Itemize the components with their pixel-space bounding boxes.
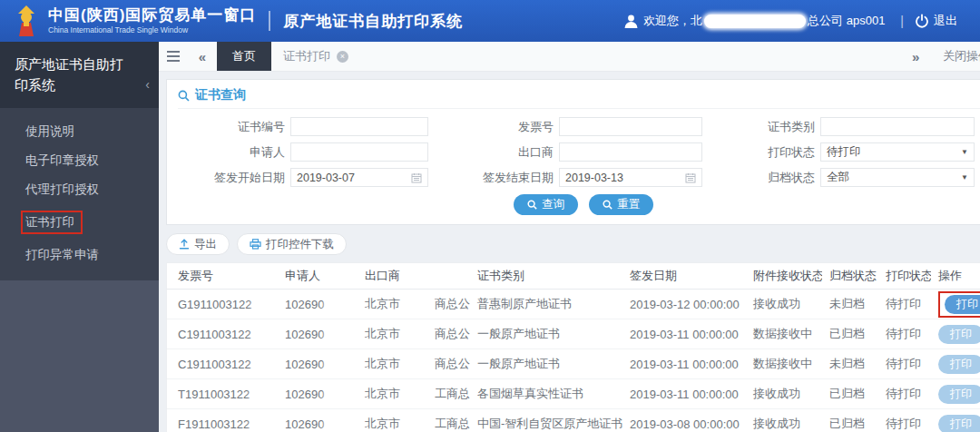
attach-status-cell: 接收成功 — [746, 296, 822, 312]
redacted-text — [253, 360, 278, 370]
applicant-input[interactable] — [290, 142, 428, 162]
archive-status-cell: 已归档 — [822, 386, 878, 402]
search-panel-title: 证书查询 — [178, 87, 980, 109]
sidebar-item-e-seal-auth[interactable]: 电子印章授权 — [0, 146, 159, 175]
attach-status-cell: 接收成功 — [746, 416, 822, 432]
redacted-text — [251, 420, 278, 430]
cert-type-input[interactable] — [820, 117, 975, 136]
print-button[interactable]: 打印 — [938, 385, 980, 404]
tab-cert-print[interactable]: 证书打印 × — [271, 42, 360, 71]
welcome-text: 欢迎您，北总公司 aps001 — [643, 13, 885, 29]
archive-status-select[interactable]: 全部▼ — [820, 168, 975, 187]
calendar-icon — [411, 172, 422, 183]
applicant-cell: 102690 — [278, 417, 358, 431]
export-button[interactable]: 导出 — [166, 233, 230, 255]
redacted-text — [402, 329, 433, 339]
chevron-down-icon: ▼ — [961, 148, 968, 156]
chevron-down-icon: ▼ — [961, 173, 968, 182]
issue-end-date-label: 签发结束日期 — [434, 170, 554, 186]
column-header: 附件接收状态 — [746, 268, 822, 284]
sidebar: 原产地证书自助打印系统 ‹ 使用说明电子印章授权代理打印授权证书打印打印异常申请 — [0, 42, 159, 432]
main-area: « 首页 证书打印 × » 关闭操作▼ — [159, 42, 980, 432]
print-button[interactable]: 打印 — [938, 325, 980, 344]
invoice-cell: C1911003122 — [171, 358, 278, 371]
app-header: 中国(陕西)国际贸易单一窗口 China International Trade… — [0, 0, 980, 42]
attach-status-cell: 数据接收中 — [746, 356, 822, 372]
close-operations-dropdown[interactable]: 关闭操作▼ — [943, 48, 980, 64]
menu-toggle-icon[interactable] — [159, 42, 188, 71]
form-actions: 查询 重置 — [178, 194, 980, 215]
attach-status-cell: 接收成功 — [746, 386, 822, 402]
column-header: 操作 — [931, 268, 980, 284]
invoice-no-label: 发票号 — [434, 119, 554, 135]
reset-button[interactable]: 重置 — [589, 194, 653, 215]
page-title: 原产地证书自助打印系统 — [283, 11, 463, 32]
invoice-cell: G1911003122 — [171, 298, 278, 311]
print-button[interactable]: 打印 — [938, 355, 980, 374]
exporter-cell: 北京市工商总公司 — [358, 386, 470, 402]
issue-date-cell: 2019-03-11 00:00:00 — [622, 388, 746, 401]
logout-button[interactable]: 退出 — [934, 13, 957, 29]
redacted-text — [253, 300, 278, 310]
redacted-company-name — [704, 15, 806, 28]
sidebar-item-usage-guide[interactable]: 使用说明 — [0, 117, 159, 146]
scroll-tabs-right-icon[interactable]: » — [901, 49, 930, 64]
archive-status-cell: 已归档 — [822, 326, 878, 342]
search-icon — [178, 90, 190, 102]
exporter-cell: 北京市商总公司 — [358, 326, 470, 342]
table-row: T1911003122102690北京市工商总公司各国烟草真实性证书2019-0… — [167, 379, 980, 409]
cert-no-input[interactable] — [290, 117, 428, 136]
print-status-select[interactable]: 待打印▼ — [820, 142, 975, 162]
redacted-text — [326, 420, 344, 430]
cert-type-label: 证书类别 — [708, 119, 815, 135]
sidebar-filler — [0, 280, 159, 432]
cert-no-label: 证书编号 — [178, 119, 285, 135]
print-status-cell: 待打印 — [878, 356, 931, 372]
tab-close-icon[interactable]: × — [337, 51, 348, 63]
exporter-cell: 北京市商总公司 — [358, 356, 470, 372]
archive-status-cell: 未归档 — [822, 296, 878, 312]
sidebar-item-cert-print[interactable]: 证书打印 — [0, 204, 159, 241]
invoice-no-input[interactable] — [559, 117, 702, 136]
print-control-download-button[interactable]: 打印控件下载 — [237, 233, 347, 255]
issue-date-cell: 2019-03-11 00:00:00 — [622, 358, 746, 371]
column-header: 签发日期 — [622, 268, 746, 284]
table-row: F1911003122102690北京市工商总公司中国-智利自贸区原产地证书20… — [167, 409, 980, 432]
export-icon — [179, 239, 190, 250]
applicant-label: 申请人 — [178, 144, 285, 161]
content: 证书查询 证书编号 发票号 证书类别 申请人 出口商 打印状态 待打印▼ — [159, 72, 980, 432]
archive-status-label: 归档状态 — [708, 170, 815, 186]
issue-end-date-input[interactable]: 2019-03-13 — [559, 168, 702, 187]
invoice-cell: C1911003122 — [171, 328, 278, 341]
sidebar-item-agent-print-auth[interactable]: 代理打印授权 — [0, 175, 159, 204]
scroll-tabs-left-icon[interactable]: « — [188, 42, 217, 71]
print-button[interactable]: 打印 — [945, 295, 980, 314]
issue-date-cell: 2019-03-08 00:00:00 — [622, 417, 746, 431]
sidebar-item-print-exception[interactable]: 打印异常申请 — [0, 241, 159, 270]
brand-subtitle: China International Trade Single Window — [48, 25, 256, 34]
calendar-icon — [685, 172, 696, 183]
table-row: C1911003122102690北京市商总公司一般原产地证书2019-03-1… — [167, 319, 980, 349]
print-button[interactable]: 打印 — [938, 415, 980, 432]
sidebar-collapse-icon[interactable]: ‹ — [145, 75, 150, 95]
applicant-cell: 102690 — [278, 298, 358, 311]
issue-start-date-label: 签发开始日期 — [178, 170, 285, 186]
exporter-input[interactable] — [559, 142, 702, 162]
redacted-text — [326, 390, 344, 400]
tab-home[interactable]: 首页 — [217, 42, 271, 71]
table-row: G1911003122102690北京市商总公司普惠制原产地证书2019-03-… — [167, 290, 980, 319]
table-toolbar: 导出 打印控件下载 — [166, 233, 980, 255]
issue-start-date-input[interactable]: 2019-03-07 — [290, 168, 428, 187]
invoice-cell: F1911003122 — [171, 417, 278, 431]
operation-cell: 打印 — [931, 291, 980, 318]
attach-status-cell: 数据接收中 — [746, 326, 822, 342]
sidebar-menu: 使用说明电子印章授权代理打印授权证书打印打印异常申请 — [0, 108, 159, 280]
exporter-label: 出口商 — [434, 144, 554, 161]
query-button[interactable]: 查询 — [514, 194, 578, 215]
sidebar-title: 原产地证书自助打印系统 ‹ — [0, 42, 159, 108]
tab-bar: « 首页 证书打印 × » 关闭操作▼ — [159, 42, 980, 72]
user-avatar-icon — [623, 14, 639, 29]
printer-icon — [250, 239, 261, 250]
power-icon[interactable] — [915, 14, 929, 28]
cert-type-cell: 普惠制原产地证书 — [470, 296, 622, 312]
